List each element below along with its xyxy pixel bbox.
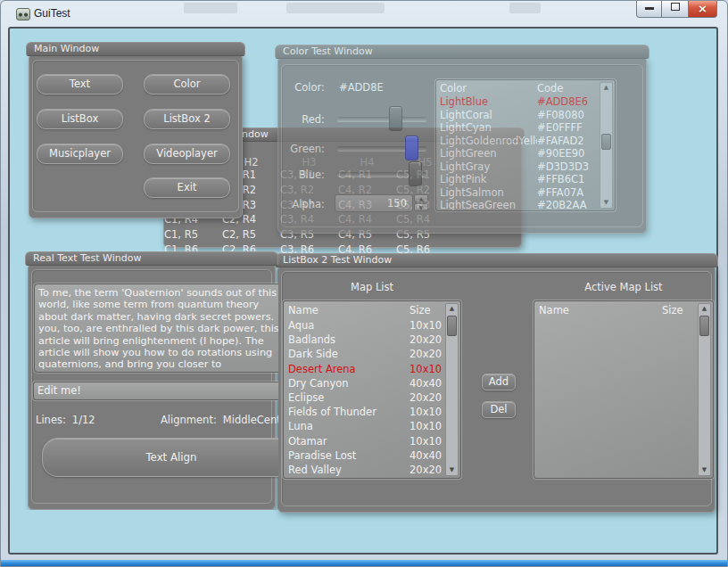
color-name-cell: LightBlue [440,95,537,108]
os-window-title: GuiTest [34,7,70,20]
map-size-cell: 10x10 [410,435,442,448]
list-item[interactable]: Paradise Lost40x40 [284,449,444,464]
map-size-cell: 10x10 [410,406,442,418]
map-name-cell: Luna [288,420,405,432]
red-slider-handle[interactable] [389,106,402,131]
text-line: about dark matter, having dark secret po… [38,311,278,323]
color-test-window-titlebar[interactable]: Color Test Window [275,45,649,59]
color-button[interactable]: Color [144,74,230,94]
color-list-item[interactable]: LightPink#FFB6C1 [436,173,599,186]
scrollbar-thumb[interactable] [699,316,709,336]
list-item[interactable]: Otamar10x10 [284,435,444,449]
red-slider-track[interactable] [337,117,426,121]
size-column-header: Size [662,304,683,316]
map-size-cell: 20x20 [410,348,442,360]
color-preview-swatch [247,78,275,125]
maximize-button[interactable] [662,1,688,18]
list-item[interactable]: Red Valley20x20 [284,464,444,478]
map-list-rows: Aqua10x10Badlands20x20Dark Side20x20Dese… [284,319,444,478]
list-item[interactable]: Badlands20x20 [284,333,444,348]
map-size-cell: 40x40 [410,377,442,390]
blue-slider-handle[interactable] [409,161,422,186]
listbox2-test-window-titlebar[interactable]: ListBox 2 Test Window [275,253,718,267]
del-button[interactable]: Del [482,401,516,418]
scrollbar-thumb[interactable] [447,316,457,336]
text-line: you, too, are enthralled by this dark po… [38,323,278,334]
color-list-item[interactable]: LightBlue#ADD8E6 [436,95,599,109]
map-list-scrollbar[interactable]: ▲ ▼ [445,303,459,476]
color-column-header: Color [440,82,467,94]
scroll-down-icon[interactable]: ▼ [600,198,612,208]
scroll-up-icon[interactable]: ▲ [446,304,458,314]
color-code-cell: #FAFAD2 [537,135,584,147]
spin-up-icon[interactable]: ▲ [414,194,428,202]
lines-value: 1/12 [72,414,95,426]
spin-down-icon[interactable]: ▼ [414,203,428,211]
active-map-list-scrollbar[interactable]: ▲ ▼ [698,303,711,476]
color-list-item[interactable]: LightCoral#F08080 [436,109,599,122]
list-item[interactable]: Luna10x10 [284,420,444,434]
map-size-cell: 20x20 [410,464,442,476]
scroll-up-icon[interactable]: ▲ [699,304,710,314]
exit-button[interactable]: Exit [144,177,230,198]
close-icon: × [698,2,707,15]
list-item[interactable]: Eclipse20x20 [284,391,444,406]
add-button[interactable]: Add [482,374,516,390]
list-item[interactable]: Desert Arena10x10 [284,363,444,377]
name-column-header: Name [288,304,318,316]
list-item[interactable]: Aqua10x10 [284,319,444,333]
alignment-value: MiddleCenter [223,414,278,426]
color-list-scrollbar[interactable]: ▲ ▼ [600,82,613,209]
scroll-down-icon[interactable]: ▼ [699,465,710,475]
map-size-cell: 40x40 [410,449,442,462]
color-list-item[interactable]: LightCyan#E0FFFF [436,121,599,135]
color-list-header: Color Code [436,82,599,94]
color-list-item[interactable]: LightGray#D3D3D3 [436,160,599,174]
alpha-value-field[interactable]: 150 [335,194,413,212]
text-line: world, like some term from quantum theor… [38,299,278,310]
green-label: Green: [282,143,325,155]
scrollbar-thumb[interactable] [601,134,611,150]
alpha-label: Alpha: [282,198,325,210]
list-item[interactable]: Fields of Thunder10x10 [284,406,444,420]
color-list-item[interactable]: LightSalmon#FFA07A [436,186,599,200]
main-window-titlebar[interactable]: Main Window [26,42,245,56]
list-item[interactable]: Dark Side20x20 [284,348,444,362]
color-list-item[interactable]: LightSeaGreen#20B2AA [436,199,599,211]
listbox2-test-window: ListBox 2 Test Window Map List Active Ma… [275,253,718,513]
color-list-rows: LightBlue#ADD8E6LightCoral#F08080LightCy… [436,95,599,210]
blue-label: Blue: [282,168,325,181]
quaternion-text-area[interactable]: To me, the term 'Quaternion' sounds out … [34,284,278,373]
color-code-cell: #F08080 [537,109,584,121]
green-slider-handle[interactable] [405,136,418,160]
close-button[interactable]: × [688,1,717,18]
minimize-button[interactable] [636,1,662,18]
listbox2-button[interactable]: ListBox 2 [144,109,230,129]
color-list-item[interactable]: LightGoldenrodYellow#FAFAD2 [436,135,599,148]
scroll-up-icon[interactable]: ▲ [600,83,612,93]
map-name-cell: Fields of Thunder [288,406,405,418]
videoplayer-button[interactable]: Videoplayer [144,144,230,164]
list-item[interactable]: Dry Canyon40x40 [284,377,444,391]
text-button[interactable]: Text [37,74,123,94]
scroll-down-icon[interactable]: ▼ [446,465,458,475]
color-code-cell: #FFA07A [537,186,583,199]
name-column-header: Name [539,304,569,316]
map-name-cell: Otamar [288,435,405,448]
listbox-button[interactable]: ListBox [37,109,123,129]
color-code-cell: #D3D3D3 [537,160,589,173]
real-text-test-window-titlebar[interactable]: Real Text Test Window [25,251,278,266]
color-value: #ADD8E [339,81,384,94]
text-align-button[interactable]: Text Align [42,438,278,477]
map-size-cell: 10x10 [410,363,442,375]
app-icon [16,8,30,21]
text-line: article will bring enlightenment (I hope… [38,335,278,347]
musicplayer-button[interactable]: Musicplayer [37,144,123,164]
color-name-cell: LightGreen [440,147,537,160]
color-list-item[interactable]: LightGreen#90EE90 [436,147,599,160]
titlebar-ghost [286,3,385,13]
color-code-cell: #E0FFFF [537,121,583,134]
map-name-cell: Badlands [288,333,405,346]
edit-field[interactable]: Edit me! [33,382,278,400]
map-size-cell: 20x20 [410,391,442,404]
